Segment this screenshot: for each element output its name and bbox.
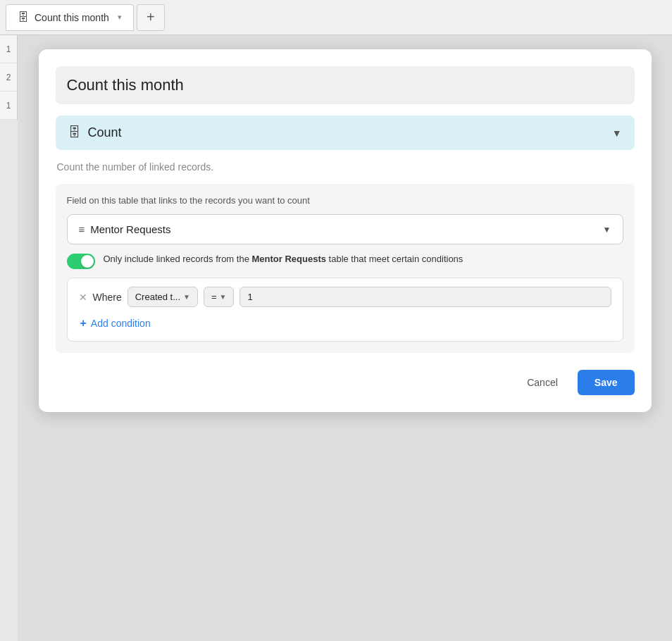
field-section: Field on this table that links to the re… — [56, 184, 635, 353]
tab-chevron-icon: ▾ — [118, 13, 122, 22]
row-numbers: 1 2 1 — [0, 35, 18, 120]
add-tab-button[interactable]: + — [137, 4, 165, 31]
count-description: Count the number of linked records. — [56, 161, 635, 173]
cancel-button[interactable]: Cancel — [516, 371, 569, 394]
add-condition-plus-icon: + — [80, 317, 87, 330]
condition-op-chevron-icon: ▼ — [220, 293, 227, 301]
condition-remove-button[interactable]: ✕ — [79, 292, 87, 303]
tab-label: Count this month — [35, 12, 109, 23]
condition-op-label: = — [211, 292, 217, 302]
dialog-overlay: 🗄 Count ▼ Count the number of linked rec… — [18, 35, 672, 641]
dialog-footer: Cancel Save — [56, 364, 635, 395]
condition-field-chevron-icon: ▼ — [183, 293, 190, 301]
title-input[interactable] — [56, 66, 635, 104]
tab-bar: 🗄 Count this month ▾ + — [0, 0, 672, 35]
toggle-row: Only include linked records from the Men… — [67, 253, 623, 269]
tab-count-this-month[interactable]: 🗄 Count this month ▾ — [6, 4, 134, 31]
toggle-knob — [81, 255, 94, 268]
add-condition-label: Add condition — [91, 318, 151, 329]
conditions-box: ✕ Where Created t... ▼ = ▼ + Add condit — [67, 278, 623, 342]
field-select-label: Mentor Requests — [90, 223, 170, 235]
count-chevron-icon: ▼ — [612, 127, 622, 139]
field-select-left: ≡ Mentor Requests — [79, 223, 171, 235]
count-type-label: Count — [88, 125, 122, 140]
field-section-label: Field on this table that links to the re… — [67, 195, 623, 206]
condition-where-label: Where — [93, 292, 122, 303]
condition-value-input[interactable] — [239, 287, 611, 307]
dialog: 🗄 Count ▼ Count the number of linked rec… — [39, 49, 652, 412]
count-type-selector[interactable]: 🗄 Count ▼ — [56, 116, 635, 150]
add-condition-button[interactable]: + Add condition — [79, 314, 611, 332]
field-select-chevron-icon: ▼ — [603, 225, 611, 235]
row-num-3: 1 — [0, 92, 17, 120]
include-conditions-toggle[interactable] — [67, 254, 95, 269]
condition-row: ✕ Where Created t... ▼ = ▼ — [79, 287, 611, 307]
save-button[interactable]: Save — [578, 370, 635, 395]
condition-field-selector[interactable]: Created t... ▼ — [127, 287, 198, 307]
condition-field-label: Created t... — [135, 292, 180, 302]
row-num-2: 2 — [0, 63, 17, 92]
field-select-icon: ≡ — [79, 223, 85, 235]
condition-operator-selector[interactable]: = ▼ — [204, 287, 235, 307]
row-num-1: 1 — [0, 35, 17, 63]
count-selector-left: 🗄 Count — [68, 125, 122, 140]
toggle-text: Only include linked records from the Men… — [104, 253, 463, 266]
count-tab-icon: 🗄 — [18, 11, 29, 24]
count-type-icon: 🗄 — [68, 125, 81, 140]
field-select-dropdown[interactable]: ≡ Mentor Requests ▼ — [67, 214, 623, 244]
